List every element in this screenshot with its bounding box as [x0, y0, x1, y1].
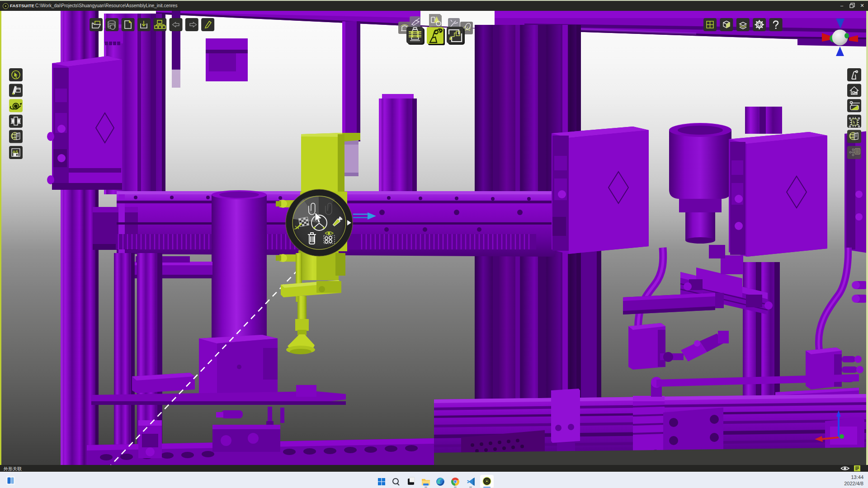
- svg-text:AS: AS: [13, 150, 19, 154]
